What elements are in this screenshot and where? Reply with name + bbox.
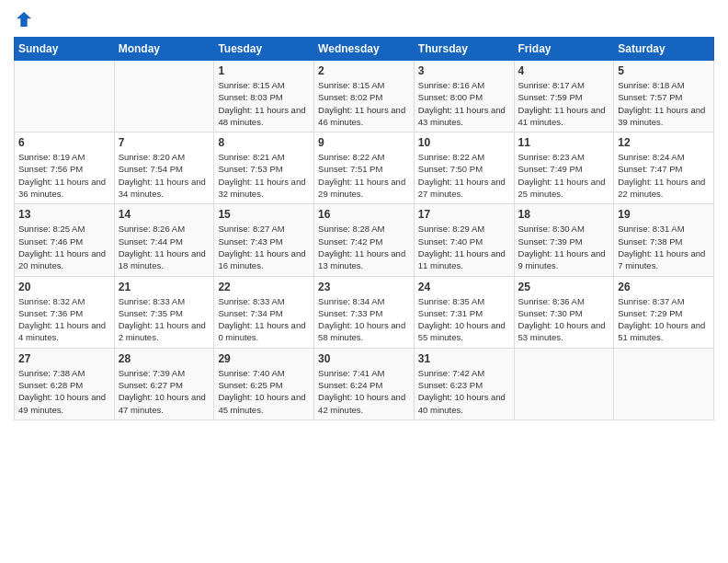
day-number: 13 [18,208,110,221]
day-number: 18 [518,208,610,221]
day-number: 27 [18,352,110,365]
day-info: Sunrise: 7:40 AM Sunset: 6:25 PM Dayligh… [218,367,310,416]
day-number: 6 [18,136,110,149]
day-cell: 1Sunrise: 8:15 AM Sunset: 8:03 PM Daylig… [214,61,314,132]
day-number: 4 [518,64,610,77]
day-cell: 8Sunrise: 8:21 AM Sunset: 7:53 PM Daylig… [214,132,314,204]
day-number: 25 [518,281,610,293]
day-info: Sunrise: 8:33 AM Sunset: 7:35 PM Dayligh… [119,295,210,344]
day-cell [514,348,614,419]
header [14,9,714,29]
header-cell-monday: Monday [114,38,214,61]
day-number: 10 [418,136,510,149]
day-info: Sunrise: 8:25 AM Sunset: 7:46 PM Dayligh… [18,223,110,271]
day-cell: 27Sunrise: 7:38 AM Sunset: 6:28 PM Dayli… [15,348,115,419]
day-number: 23 [318,281,410,293]
header-cell-wednesday: Wednesday [314,38,415,61]
day-cell: 26Sunrise: 8:37 AM Sunset: 7:29 PM Dayli… [614,276,714,348]
day-info: Sunrise: 8:35 AM Sunset: 7:31 PM Dayligh… [418,295,510,344]
day-cell: 16Sunrise: 8:28 AM Sunset: 7:42 PM Dayli… [314,204,415,276]
day-cell: 17Sunrise: 8:29 AM Sunset: 7:40 PM Dayli… [414,204,514,276]
day-cell: 6Sunrise: 8:19 AM Sunset: 7:56 PM Daylig… [15,132,115,204]
day-info: Sunrise: 7:41 AM Sunset: 6:24 PM Dayligh… [318,367,410,416]
day-number: 17 [418,208,510,221]
page: SundayMondayTuesdayWednesdayThursdayFrid… [0,0,728,563]
day-cell: 9Sunrise: 8:22 AM Sunset: 7:51 PM Daylig… [314,132,415,204]
day-cell: 28Sunrise: 7:39 AM Sunset: 6:27 PM Dayli… [114,348,214,419]
logo [14,9,38,29]
day-info: Sunrise: 8:19 AM Sunset: 7:56 PM Dayligh… [18,151,110,200]
day-number: 12 [618,136,710,149]
day-info: Sunrise: 8:26 AM Sunset: 7:44 PM Dayligh… [119,223,210,271]
day-cell [114,61,214,132]
day-cell: 31Sunrise: 7:42 AM Sunset: 6:23 PM Dayli… [414,348,514,419]
day-cell: 14Sunrise: 8:26 AM Sunset: 7:44 PM Dayli… [114,204,214,276]
day-info: Sunrise: 8:18 AM Sunset: 7:57 PM Dayligh… [618,79,710,128]
day-number: 24 [418,281,510,293]
day-number: 26 [618,281,710,293]
day-cell: 2Sunrise: 8:15 AM Sunset: 8:02 PM Daylig… [314,61,415,132]
day-cell: 15Sunrise: 8:27 AM Sunset: 7:43 PM Dayli… [214,204,314,276]
day-info: Sunrise: 8:37 AM Sunset: 7:29 PM Dayligh… [618,295,710,344]
day-info: Sunrise: 8:24 AM Sunset: 7:47 PM Dayligh… [618,151,710,200]
day-cell: 13Sunrise: 8:25 AM Sunset: 7:46 PM Dayli… [15,204,115,276]
day-info: Sunrise: 7:39 AM Sunset: 6:27 PM Dayligh… [119,367,210,416]
day-info: Sunrise: 8:22 AM Sunset: 7:50 PM Dayligh… [418,151,510,200]
day-cell: 7Sunrise: 8:20 AM Sunset: 7:54 PM Daylig… [114,132,214,204]
day-number: 2 [318,64,410,77]
day-cell: 10Sunrise: 8:22 AM Sunset: 7:50 PM Dayli… [414,132,514,204]
day-info: Sunrise: 8:27 AM Sunset: 7:43 PM Dayligh… [218,223,310,271]
day-cell: 4Sunrise: 8:17 AM Sunset: 7:59 PM Daylig… [514,61,614,132]
week-row-1: 6Sunrise: 8:19 AM Sunset: 7:56 PM Daylig… [15,132,714,204]
day-number: 9 [318,136,410,149]
day-number: 30 [318,352,410,365]
day-cell: 3Sunrise: 8:16 AM Sunset: 8:00 PM Daylig… [414,61,514,132]
day-cell [614,348,714,419]
day-cell: 25Sunrise: 8:36 AM Sunset: 7:30 PM Dayli… [514,276,614,348]
day-number: 20 [18,281,110,293]
week-row-0: 1Sunrise: 8:15 AM Sunset: 8:03 PM Daylig… [15,61,714,132]
day-number: 28 [119,352,210,365]
day-info: Sunrise: 8:17 AM Sunset: 7:59 PM Dayligh… [518,79,610,128]
day-number: 21 [119,281,210,293]
day-number: 19 [618,208,710,221]
day-info: Sunrise: 8:20 AM Sunset: 7:54 PM Dayligh… [119,151,210,200]
header-cell-saturday: Saturday [614,38,714,61]
day-info: Sunrise: 8:28 AM Sunset: 7:42 PM Dayligh… [318,223,410,271]
header-cell-thursday: Thursday [414,38,514,61]
day-cell: 30Sunrise: 7:41 AM Sunset: 6:24 PM Dayli… [314,348,415,419]
calendar-table: SundayMondayTuesdayWednesdayThursdayFrid… [14,37,714,420]
logo-icon [14,9,34,29]
day-cell: 12Sunrise: 8:24 AM Sunset: 7:47 PM Dayli… [614,132,714,204]
day-cell: 21Sunrise: 8:33 AM Sunset: 7:35 PM Dayli… [114,276,214,348]
day-info: Sunrise: 8:32 AM Sunset: 7:36 PM Dayligh… [18,295,110,344]
day-number: 29 [218,352,310,365]
day-info: Sunrise: 8:21 AM Sunset: 7:53 PM Dayligh… [218,151,310,200]
day-number: 22 [218,281,310,293]
day-number: 14 [119,208,210,221]
day-cell: 5Sunrise: 8:18 AM Sunset: 7:57 PM Daylig… [614,61,714,132]
day-info: Sunrise: 8:23 AM Sunset: 7:49 PM Dayligh… [518,151,610,200]
day-info: Sunrise: 8:15 AM Sunset: 8:03 PM Dayligh… [218,79,310,128]
day-info: Sunrise: 8:34 AM Sunset: 7:33 PM Dayligh… [318,295,410,344]
header-cell-sunday: Sunday [15,38,115,61]
day-info: Sunrise: 8:36 AM Sunset: 7:30 PM Dayligh… [518,295,610,344]
day-cell: 20Sunrise: 8:32 AM Sunset: 7:36 PM Dayli… [15,276,115,348]
day-number: 1 [218,64,310,77]
day-cell: 19Sunrise: 8:31 AM Sunset: 7:38 PM Dayli… [614,204,714,276]
day-info: Sunrise: 8:15 AM Sunset: 8:02 PM Dayligh… [318,79,410,128]
day-info: Sunrise: 8:16 AM Sunset: 8:00 PM Dayligh… [418,79,510,128]
day-number: 16 [318,208,410,221]
svg-marker-0 [17,12,31,27]
day-info: Sunrise: 7:38 AM Sunset: 6:28 PM Dayligh… [18,367,110,416]
header-cell-tuesday: Tuesday [214,38,314,61]
day-number: 7 [119,136,210,149]
day-cell: 22Sunrise: 8:33 AM Sunset: 7:34 PM Dayli… [214,276,314,348]
header-cell-friday: Friday [514,38,614,61]
day-number: 11 [518,136,610,149]
day-number: 3 [418,64,510,77]
day-cell: 18Sunrise: 8:30 AM Sunset: 7:39 PM Dayli… [514,204,614,276]
day-number: 31 [418,352,510,365]
day-cell [15,61,115,132]
day-info: Sunrise: 8:22 AM Sunset: 7:51 PM Dayligh… [318,151,410,200]
